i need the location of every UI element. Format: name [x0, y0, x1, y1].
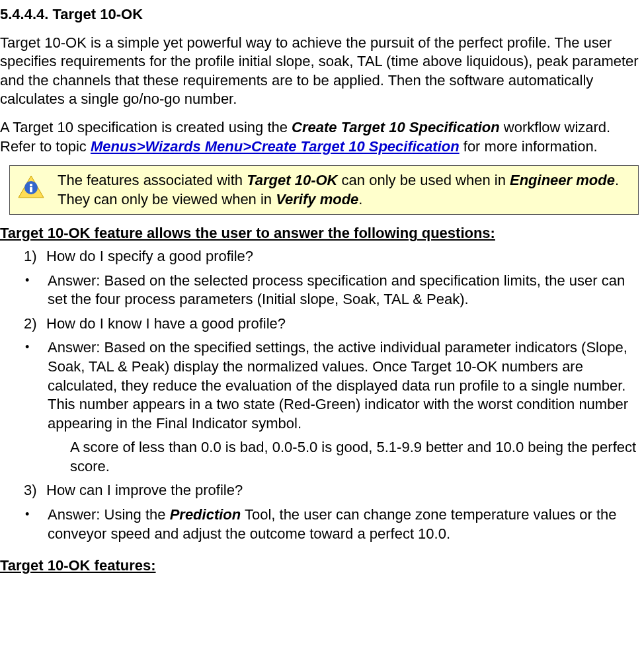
list-item: 2) How do I know I have a good profile?: [24, 315, 641, 334]
question-3: How can I improve the profile?: [46, 481, 641, 500]
list-item: • Answer: Using the Prediction Tool, the…: [24, 506, 641, 543]
text-fragment: .: [358, 191, 362, 208]
list-marker: 2): [24, 315, 46, 334]
callout-text: The features associated with Target 10-O…: [58, 171, 631, 209]
bullet-icon: •: [24, 272, 48, 309]
list-item: 1) How do I specify a good profile?: [24, 247, 641, 266]
list-marker: 1): [24, 247, 46, 266]
question-list: 1) How do I specify a good profile? • An…: [0, 247, 641, 543]
questions-heading: Target 10-OK feature allows the user to …: [0, 224, 641, 243]
emphasis-prediction: Prediction: [170, 506, 241, 523]
emphasis-verify-mode: Verify mode: [276, 191, 358, 208]
section-heading: 5.4.4.4. Target 10-OK: [0, 5, 641, 24]
answer-2: Answer: Based on the specified settings,…: [48, 338, 641, 433]
intro-paragraph-2: A Target 10 specification is created usi…: [0, 118, 641, 156]
bullet-icon: •: [24, 338, 48, 433]
text-fragment: for more information.: [460, 138, 598, 155]
list-item: • Answer: Based on the selected process …: [24, 272, 641, 309]
emphasis-engineer-mode: Engineer mode: [510, 172, 615, 188]
list-item: 3) How can I improve the profile?: [24, 481, 641, 500]
svg-rect-2: [30, 184, 32, 186]
list-item: • Answer: Based on the specified setting…: [24, 338, 641, 433]
info-callout: The features associated with Target 10-O…: [9, 165, 639, 215]
link-menus-wizards[interactable]: Menus>Wizards Menu>Create Target 10 Spec…: [91, 138, 460, 155]
svg-rect-3: [30, 187, 32, 192]
answer-2-supplement: A score of less than 0.0 is bad, 0.0-5.0…: [70, 438, 641, 476]
answer-1: Answer: Based on the selected process sp…: [48, 272, 641, 309]
answer-3: Answer: Using the Prediction Tool, the u…: [48, 506, 641, 543]
text-fragment: The features associated with: [58, 172, 247, 188]
emphasis-target10ok: Target 10-OK: [247, 172, 337, 188]
info-icon: [17, 174, 46, 203]
emphasis-create-spec: Create Target 10 Specification: [292, 119, 500, 135]
question-1: How do I specify a good profile?: [46, 247, 641, 266]
bullet-icon: •: [24, 506, 48, 543]
text-fragment: can only be used when in: [337, 172, 510, 188]
features-heading: Target 10-OK features:: [0, 556, 641, 576]
question-2: How do I know I have a good profile?: [46, 315, 641, 334]
text-fragment: Answer: Using the: [48, 506, 170, 523]
list-marker: 3): [24, 481, 46, 500]
text-fragment: A Target 10 specification is created usi…: [0, 119, 292, 135]
intro-paragraph-1: Target 10-OK is a simple yet powerful wa…: [0, 34, 641, 109]
